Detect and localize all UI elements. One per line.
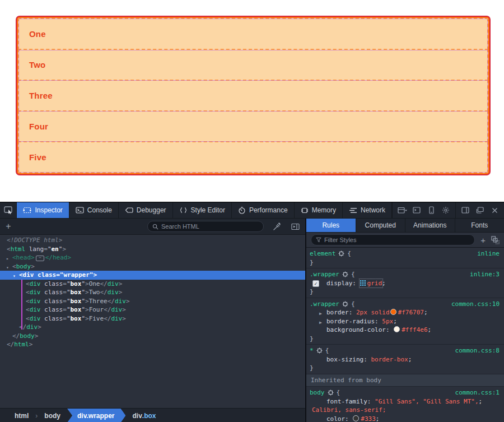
property-value[interactable]: #333 bbox=[361, 415, 376, 422]
highlighter-icon[interactable] bbox=[316, 347, 323, 354]
property-value[interactable]: border-box bbox=[371, 356, 408, 363]
tab-console[interactable]: Console bbox=[69, 202, 119, 218]
dock-side-icon[interactable] bbox=[458, 203, 473, 217]
markup-token: > bbox=[35, 332, 39, 340]
stylesheet-link[interactable]: inline:3 bbox=[470, 270, 500, 279]
rules-content[interactable]: element{inline}.wrapper{inline:3✓display… bbox=[306, 248, 504, 422]
markup-line[interactable]: <!DOCTYPE html> bbox=[0, 236, 305, 245]
markup-line[interactable]: ▾<div class="wrapper"> bbox=[0, 271, 305, 280]
breadcrumb-item-div-wrapper[interactable]: div.wrapper bbox=[67, 409, 125, 422]
responsive-mode-icon[interactable] bbox=[424, 203, 438, 217]
property-value[interactable]: 5px bbox=[382, 318, 393, 325]
property-value[interactable]: "Gill Sans", "Gill Sans MT", bbox=[375, 398, 478, 405]
markup-line[interactable]: </div> bbox=[0, 323, 305, 332]
property-name[interactable]: font-family: bbox=[326, 398, 375, 405]
stylesheet-link[interactable]: inline bbox=[477, 249, 500, 258]
property-name[interactable]: border: bbox=[326, 309, 356, 316]
filter-styles-input[interactable]: Filter Styles bbox=[311, 234, 475, 245]
rule-selector[interactable]: .wrapper bbox=[310, 270, 339, 279]
tab-debugger[interactable]: Debugger bbox=[119, 202, 173, 218]
filter-placeholder: Filter Styles bbox=[324, 236, 356, 243]
declaration-checkbox[interactable]: ✓ bbox=[312, 280, 319, 287]
tab-performance[interactable]: Performance bbox=[232, 202, 295, 218]
rule-selector[interactable]: element bbox=[310, 249, 335, 258]
eyedropper-icon[interactable] bbox=[271, 222, 282, 230]
markup-token: div bbox=[108, 289, 119, 296]
property-value[interactable]: #f76707 bbox=[398, 309, 424, 316]
add-rule-icon[interactable]: + bbox=[480, 235, 486, 245]
tab-memory[interactable]: Memory bbox=[295, 202, 343, 218]
rule-selector-line: .wrapper{inline:3 bbox=[310, 270, 500, 279]
markup-line[interactable]: <div class="box">Two</div> bbox=[0, 288, 305, 297]
rule-selector[interactable]: body bbox=[310, 388, 325, 397]
inline-ellipsis-icon[interactable]: ⋯ bbox=[36, 256, 44, 261]
split-console-icon[interactable] bbox=[409, 203, 424, 217]
markup-line[interactable]: <div class="box">Four</div> bbox=[0, 305, 305, 314]
breadcrumb-item-body[interactable]: body bbox=[38, 409, 67, 422]
property-value[interactable]: #fff4e6 bbox=[402, 326, 427, 333]
tab-computed[interactable]: Computed bbox=[356, 219, 406, 232]
rule-selector[interactable]: * bbox=[310, 346, 314, 355]
markup-line[interactable]: ▾<body> bbox=[0, 262, 305, 271]
separate-window-icon[interactable] bbox=[473, 203, 487, 217]
tab-animations[interactable]: Animations bbox=[405, 219, 455, 232]
property-name[interactable]: border-radius: bbox=[326, 318, 382, 325]
property-value[interactable]: Calibri, sans-serif; bbox=[312, 406, 386, 414]
highlighter-icon[interactable] bbox=[338, 251, 344, 257]
search-input[interactable]: Search HTML bbox=[147, 221, 264, 232]
stylesheet-link[interactable]: common.css:8 bbox=[455, 346, 500, 355]
css-declaration: ▶border-radius: 5px; bbox=[310, 317, 500, 326]
markup-token: " bbox=[67, 315, 71, 322]
markup-line[interactable]: <div class="box">One</div> bbox=[0, 280, 305, 289]
markup-line[interactable]: <div class="box">Three</div> bbox=[0, 297, 305, 306]
property-name[interactable]: box-sizing: bbox=[326, 356, 371, 363]
color-swatch[interactable] bbox=[390, 309, 396, 315]
open-brace: { bbox=[351, 270, 355, 279]
close-brace: } bbox=[310, 335, 500, 344]
property-name[interactable]: background-color: bbox=[326, 326, 393, 333]
memory-icon bbox=[301, 207, 309, 214]
markup-token: lang bbox=[25, 245, 44, 253]
grid-box-label: Two bbox=[29, 60, 45, 69]
color-swatch[interactable] bbox=[394, 326, 400, 332]
markup-view[interactable]: <!DOCTYPE html><html lang="en">▸<head>⋯<… bbox=[0, 235, 305, 408]
markup-line[interactable]: <div class="box">Five</div> bbox=[0, 314, 305, 323]
tab-network[interactable]: Network bbox=[343, 202, 392, 218]
highlighter-icon[interactable] bbox=[342, 271, 348, 277]
tab-rules[interactable]: Rules bbox=[306, 219, 356, 232]
markup-token: > bbox=[85, 306, 89, 313]
color-swatch[interactable] bbox=[353, 415, 359, 421]
markup-token: <!DOCTYPE html> bbox=[7, 236, 62, 244]
markup-line[interactable]: <html lang="en"> bbox=[0, 245, 305, 254]
grid-toggle-icon[interactable] bbox=[360, 280, 366, 286]
markup-token: One bbox=[89, 280, 100, 287]
pick-element-button[interactable] bbox=[0, 202, 17, 218]
property-value[interactable]: grid bbox=[367, 280, 382, 287]
class-panel-icon[interactable] bbox=[491, 236, 500, 244]
stylesheet-link[interactable]: common.css:1 bbox=[455, 388, 500, 397]
stylesheet-link[interactable]: common.css:10 bbox=[451, 300, 500, 309]
breadcrumb-item-div[interactable]: div.box bbox=[125, 409, 162, 422]
add-node-button[interactable]: + bbox=[0, 221, 17, 231]
property-name[interactable]: color: bbox=[326, 415, 352, 422]
breadcrumb-item-html[interactable]: html bbox=[8, 409, 35, 422]
debugger-icon bbox=[125, 207, 133, 214]
iframe-picker-icon[interactable] bbox=[395, 203, 409, 217]
close-icon[interactable] bbox=[487, 203, 502, 217]
property-value[interactable]: 2px solid bbox=[356, 309, 390, 316]
semicolon: ; bbox=[479, 398, 483, 405]
highlighter-icon[interactable] bbox=[328, 389, 334, 396]
rule-selector[interactable]: .wrapper bbox=[310, 300, 339, 309]
tab-style-editor[interactable]: Style Editor bbox=[173, 202, 232, 218]
tab-label: Performance bbox=[249, 206, 288, 214]
markup-line[interactable]: </body> bbox=[0, 332, 305, 341]
markup-line[interactable]: </html> bbox=[0, 340, 305, 349]
three-pane-toggle-icon[interactable] bbox=[290, 223, 301, 230]
settings-icon[interactable] bbox=[438, 203, 453, 217]
tab-fonts[interactable]: Fonts bbox=[455, 219, 504, 232]
tab-inspector[interactable]: Inspector bbox=[17, 202, 69, 218]
property-name[interactable]: display: bbox=[326, 280, 360, 287]
filter-icon bbox=[316, 237, 321, 243]
markup-line[interactable]: ▸<head>⋯</head> bbox=[0, 253, 305, 262]
highlighter-icon[interactable] bbox=[342, 301, 348, 307]
